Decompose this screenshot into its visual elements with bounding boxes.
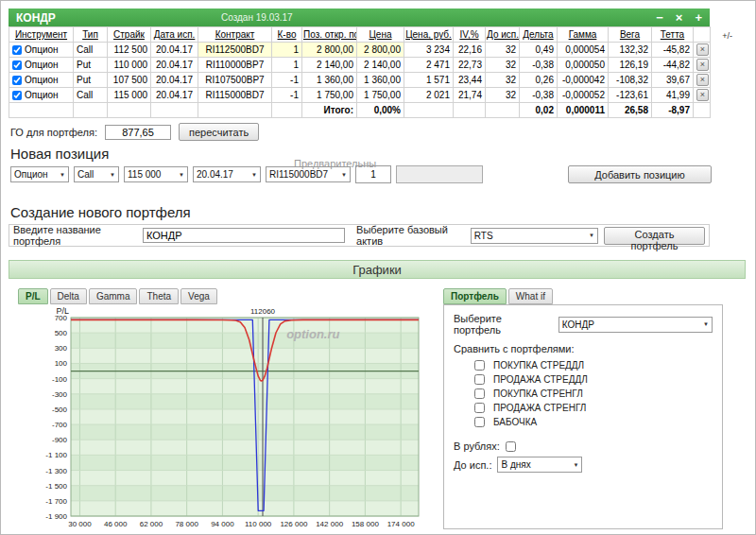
compare-checkbox[interactable] [474, 403, 485, 413]
column-header[interactable]: Дельта [520, 27, 558, 43]
column-header[interactable]: Тетта [652, 27, 694, 43]
position-checkbox[interactable] [12, 91, 22, 100]
column-header[interactable]: Гамма [558, 27, 609, 43]
position-cell: 22,16 [454, 43, 486, 58]
chevron-down-icon: ▼ [60, 172, 65, 178]
date-select[interactable]: 20.04.17 ▼ [193, 166, 261, 182]
portfolio-select-label: Выберите портфель [454, 313, 549, 336]
create-portfolio-row: Введите название портфеля Выберите базов… [9, 224, 710, 247]
create-portfolio-title: Создание нового портфеля [10, 204, 747, 220]
column-header[interactable]: Инструмент [9, 27, 74, 43]
position-cell: 112 500 [108, 43, 151, 58]
contract-select-value: RI115000BD7 [269, 169, 328, 180]
recalculate-button[interactable]: пересчитать [179, 123, 259, 141]
compare-checkbox[interactable] [474, 417, 485, 427]
type-select-value: Call [77, 169, 94, 180]
column-header[interactable]: Контракт [198, 27, 272, 43]
svg-text:-1 100: -1 100 [45, 451, 67, 459]
position-cell: 32 [486, 58, 520, 73]
compare-checkbox[interactable] [474, 388, 485, 399]
positions-table: ИнструментТипСтрайкДата исп.КонтрактК-во… [9, 26, 711, 118]
column-header[interactable]: Вега [609, 27, 652, 43]
position-cell: 39,67 [652, 73, 694, 88]
svg-text:46 000: 46 000 [104, 520, 128, 528]
position-cell: 21,74 [454, 88, 486, 103]
remove-position-button[interactable]: × [696, 59, 709, 71]
svg-text:94 000: 94 000 [211, 520, 234, 528]
compare-option-label: ПРОДАЖА СТРЕНГЛ [493, 403, 586, 413]
column-header[interactable]: Цена, руб. [404, 27, 454, 43]
totals-cell [454, 103, 486, 118]
content: КОНДР Создан 19.03.17 − × + ИнструментТи… [1, 1, 755, 531]
totals-cell [486, 103, 520, 118]
tab-what-if[interactable]: What if [508, 288, 553, 304]
rubles-row: В рублях: [454, 440, 713, 452]
base-asset-select[interactable]: RTS ▼ [471, 228, 598, 244]
go-row: ГО для портфеля: пересчитать [10, 123, 710, 141]
portfolio-name-input[interactable] [143, 228, 345, 243]
compare-checkbox[interactable] [474, 374, 485, 385]
position-row: ОпционPut107 50020.04.17RI107500BP7-11 3… [9, 73, 711, 88]
compare-option[interactable]: ПОКУПКА СТРЕДДЛ [474, 360, 713, 371]
portfolio-select-value: КОНДР [562, 319, 594, 330]
position-checkbox[interactable] [12, 76, 22, 85]
remove-position-button[interactable]: × [696, 74, 709, 86]
portfolio-select[interactable]: КОНДР ▼ [558, 317, 713, 333]
base-asset-value: RTS [474, 231, 493, 241]
column-header[interactable]: К-во [272, 27, 302, 43]
compare-option[interactable]: ПРОДАЖА СТРЕНГЛ [474, 403, 713, 413]
tab-theta[interactable]: Theta [139, 288, 179, 304]
totals-cell [74, 103, 108, 118]
position-cell: 20.04.17 [151, 73, 198, 88]
chevron-down-icon: ▼ [589, 233, 594, 238]
quantity-input[interactable] [355, 165, 391, 183]
remove-position-button[interactable]: × [696, 43, 709, 56]
position-cell: Опцион [9, 73, 74, 88]
tab-gamma[interactable]: Gamma [89, 288, 138, 304]
compare-option[interactable]: ПОКУПКА СТРЕНГЛ [474, 388, 713, 399]
column-header[interactable]: IV,% [454, 27, 486, 43]
strike-select[interactable]: 115 000 ▼ [124, 166, 188, 182]
compare-option[interactable]: БАБОЧКА [474, 417, 713, 427]
base-asset-label: Выберите базовый актив [356, 224, 465, 247]
svg-text:126 000: 126 000 [280, 520, 307, 528]
instrument-select[interactable]: Опцион ▼ [10, 166, 69, 182]
compare-checkbox[interactable] [474, 360, 485, 371]
column-header-remove [694, 27, 711, 43]
totals-cell [9, 103, 74, 118]
add-icon[interactable]: + [695, 11, 702, 24]
column-header[interactable]: Страйк [108, 27, 151, 43]
portfolio-panel: Выберите портфель КОНДР ▼ Сравнить с пор… [443, 304, 723, 529]
remove-cell: × [694, 58, 711, 73]
svg-text:-500: -500 [52, 406, 68, 414]
compare-option-label: ПОКУПКА СТРЕДДЛ [493, 360, 584, 371]
go-input[interactable] [105, 125, 171, 140]
add-position-button[interactable]: Добавить позицию [568, 165, 712, 183]
position-cell: 0,000050 [558, 58, 609, 73]
column-header[interactable]: До исп. [486, 27, 520, 43]
tab-портфель[interactable]: Портфель [443, 288, 507, 304]
column-header[interactable]: Цена [357, 27, 404, 43]
minimize-icon[interactable]: − [656, 11, 663, 24]
svg-text:-100: -100 [52, 375, 68, 384]
position-checkbox[interactable] [12, 60, 22, 70]
position-checkbox[interactable] [12, 45, 22, 55]
svg-text:142 000: 142 000 [316, 520, 343, 528]
tab-vega[interactable]: Vega [180, 288, 217, 304]
charts-area: P/LDeltaGammaThetaVega 700500300100-100-… [18, 288, 747, 531]
column-header[interactable]: Дата исп. [151, 27, 198, 43]
compare-option[interactable]: ПРОДАЖА СТРЕДДЛ [474, 374, 713, 385]
column-header[interactable]: Поз. откр. по [302, 27, 357, 43]
remove-position-button[interactable]: × [696, 89, 709, 101]
tab-delta[interactable]: Delta [50, 288, 87, 304]
type-select[interactable]: Call ▼ [74, 166, 119, 182]
close-icon[interactable]: × [676, 11, 683, 24]
column-header[interactable]: Тип [74, 27, 108, 43]
position-cell: Call [74, 88, 108, 103]
create-portfolio-button[interactable]: Создать портфель [604, 227, 705, 245]
rubles-label: В рублях: [454, 440, 500, 452]
tab-p-l[interactable]: P/L [18, 288, 48, 304]
days-select[interactable]: В днях ▼ [497, 457, 582, 473]
contract-select[interactable]: RI115000BD7 ▼ [266, 166, 351, 182]
rubles-checkbox[interactable] [506, 441, 516, 452]
